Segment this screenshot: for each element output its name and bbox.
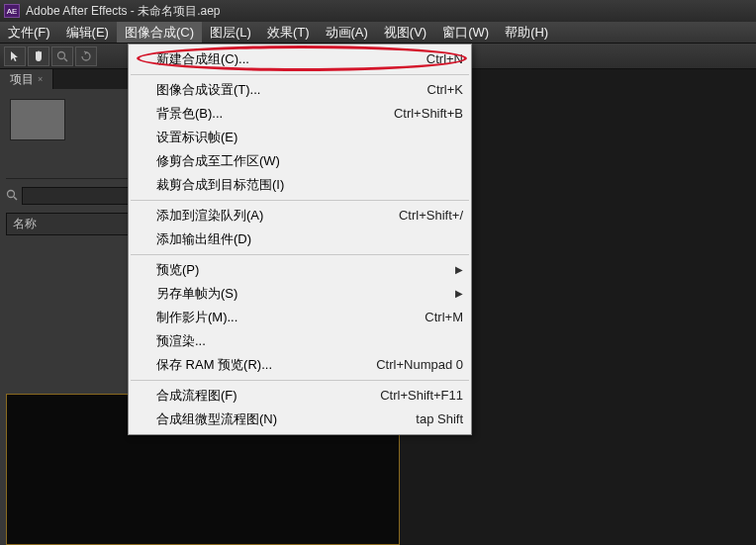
menu-item[interactable]: 保存 RAM 预览(R)...Ctrl+Numpad 0 — [129, 353, 471, 377]
menubar-item[interactable]: 图层(L) — [202, 22, 259, 43]
menu-item[interactable]: 图像合成设置(T)...Ctrl+K — [129, 78, 471, 102]
menubar-item[interactable]: 帮助(H) — [497, 22, 556, 43]
composition-menu-dropdown: 新建合成组(C)...Ctrl+N图像合成设置(T)...Ctrl+K背景色(B… — [128, 44, 472, 435]
menu-item-shortcut: Ctrl+K — [364, 80, 463, 100]
menu-item-label: 制作影片(M)... — [156, 308, 344, 327]
menu-item-label: 设置标识帧(E) — [156, 128, 463, 147]
menu-item-shortcut: Ctrl+M — [364, 308, 463, 327]
menubar-item[interactable]: 视图(V) — [376, 22, 434, 43]
menu-item[interactable]: 预览(P)▶ — [129, 258, 471, 282]
zoom-tool-icon[interactable] — [51, 46, 73, 66]
menu-item-shortcut: tap Shift — [364, 409, 463, 429]
menu-item[interactable]: 修剪合成至工作区(W) — [129, 149, 471, 173]
menu-item-label: 修剪合成至工作区(W) — [156, 151, 463, 171]
close-icon[interactable]: × — [38, 74, 43, 84]
tab-label: 项目 — [10, 71, 34, 88]
menu-item[interactable]: 合成组微型流程图(N)tap Shift — [129, 408, 471, 431]
svg-line-1 — [64, 58, 67, 61]
menu-item-label: 背景色(B)... — [156, 104, 344, 124]
menubar-item[interactable]: 文件(F) — [0, 22, 58, 43]
menu-separator — [131, 380, 469, 381]
menu-item-shortcut: Ctrl+Shift+B — [364, 104, 463, 124]
submenu-arrow-icon: ▶ — [455, 284, 463, 304]
menubar-item[interactable]: 编辑(E) — [58, 22, 117, 43]
app-icon: AE — [4, 4, 20, 18]
menu-item-label: 合成流程图(F) — [156, 386, 344, 406]
composition-thumbnail[interactable] — [10, 99, 65, 140]
menu-item-shortcut: Ctrl+Shift+/ — [364, 206, 463, 226]
menu-item[interactable]: 添加到渲染队列(A)Ctrl+Shift+/ — [129, 204, 471, 227]
menu-item-label: 预览(P) — [156, 260, 463, 280]
menu-item[interactable]: 背景色(B)...Ctrl+Shift+B — [129, 102, 471, 126]
menu-item[interactable]: 设置标识帧(E) — [129, 126, 471, 149]
menu-item-shortcut: Ctrl+Shift+F11 — [364, 386, 463, 406]
menu-separator — [131, 254, 469, 255]
menu-item-label: 预渲染... — [156, 331, 463, 351]
rotate-tool-icon[interactable] — [75, 46, 97, 66]
menu-item-shortcut: Ctrl+N — [364, 49, 463, 69]
menu-item-label: 裁剪合成到目标范围(I) — [156, 175, 463, 195]
menu-item[interactable]: 另存单帧为(S)▶ — [129, 282, 471, 306]
titlebar: AE Adobe After Effects - 未命名项目.aep — [0, 0, 756, 22]
menu-item-label: 合成组微型流程图(N) — [156, 409, 344, 429]
menu-item-label: 添加到渲染队列(A) — [156, 206, 344, 226]
svg-line-3 — [14, 197, 17, 200]
menu-item[interactable]: 制作影片(M)...Ctrl+M — [129, 306, 471, 329]
selection-tool-icon[interactable] — [4, 46, 26, 66]
menubar-item[interactable]: 窗口(W) — [434, 22, 497, 43]
search-icon — [6, 189, 18, 204]
tab-project[interactable]: 项目 × — [0, 69, 53, 89]
menu-item-shortcut: Ctrl+Numpad 0 — [364, 355, 463, 375]
menu-item[interactable]: 新建合成组(C)...Ctrl+N — [129, 47, 471, 71]
menu-item-label: 添加输出组件(D) — [156, 229, 463, 249]
menu-item-label: 新建合成组(C)... — [156, 49, 344, 69]
menubar-item[interactable]: 效果(T) — [259, 22, 318, 43]
hand-tool-icon[interactable] — [28, 46, 49, 66]
menu-separator — [131, 74, 469, 75]
menubar: 文件(F)编辑(E)图像合成(C)图层(L)效果(T)动画(A)视图(V)窗口(… — [0, 22, 756, 44]
svg-point-0 — [58, 51, 65, 58]
menu-item[interactable]: 预渲染... — [129, 329, 471, 353]
menu-item-label: 图像合成设置(T)... — [156, 80, 344, 100]
menu-item[interactable]: 合成流程图(F)Ctrl+Shift+F11 — [129, 384, 471, 408]
svg-point-2 — [8, 190, 15, 197]
menubar-item[interactable]: 图像合成(C) — [117, 22, 202, 43]
submenu-arrow-icon: ▶ — [455, 260, 463, 280]
menu-item[interactable]: 裁剪合成到目标范围(I) — [129, 173, 471, 197]
menu-item-label: 保存 RAM 预览(R)... — [156, 355, 344, 375]
menu-separator — [131, 200, 469, 201]
menu-item-label: 另存单帧为(S) — [156, 284, 463, 304]
window-title: Adobe After Effects - 未命名项目.aep — [26, 3, 221, 20]
menubar-item[interactable]: 动画(A) — [318, 22, 376, 43]
menu-item[interactable]: 添加输出组件(D) — [129, 227, 471, 251]
